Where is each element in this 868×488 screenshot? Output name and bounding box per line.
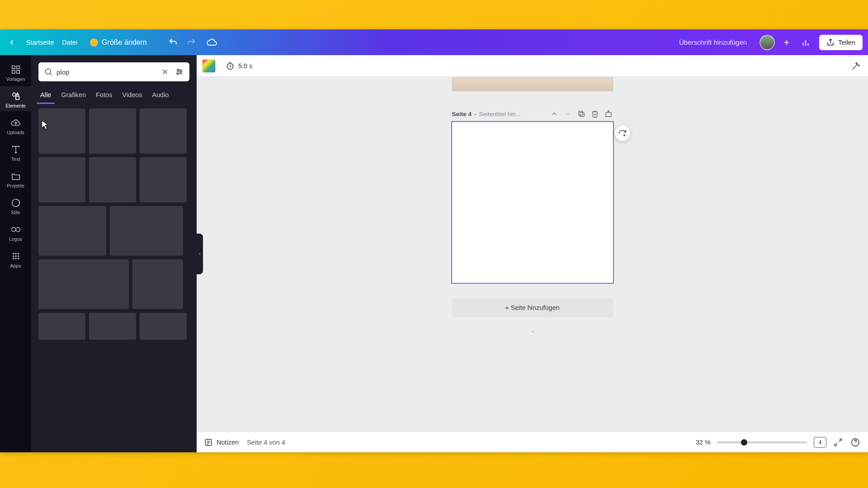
svg-point-21	[12, 255, 14, 257]
result-thumb[interactable]	[132, 259, 183, 309]
svg-rect-43	[606, 113, 611, 117]
page-title-input[interactable]: Seitentitel hin...	[479, 111, 521, 117]
previous-page-preview[interactable]	[452, 77, 613, 91]
zoom-value[interactable]: 32 %	[696, 439, 711, 446]
rail-uploads-label: Uploads	[7, 130, 24, 135]
elements-panel: Alle Grafiken Fotos Videos Audio	[31, 55, 197, 452]
result-thumb[interactable]	[38, 313, 85, 340]
background-color-button[interactable]	[202, 59, 216, 73]
result-thumb[interactable]	[38, 259, 129, 309]
redo-button[interactable]	[186, 37, 197, 48]
result-thumb[interactable]	[140, 108, 187, 154]
add-page-button[interactable]: + Seite hinzufügen	[452, 298, 613, 317]
page-canvas[interactable]	[452, 122, 613, 283]
projects-icon	[10, 171, 21, 182]
move-page-down-button[interactable]	[563, 109, 572, 118]
share-button[interactable]: Teilen	[819, 35, 863, 50]
insights-button[interactable]	[800, 37, 811, 48]
result-thumb[interactable]	[89, 157, 136, 202]
resize-label: Größe ändern	[102, 38, 147, 47]
text-icon	[10, 144, 21, 155]
delete-page-button[interactable]	[590, 109, 599, 118]
tool-rail: Vorlagen Elemente Uploads Text Projekte …	[0, 55, 31, 452]
svg-point-23	[17, 255, 19, 257]
tab-all[interactable]: Alle	[39, 88, 52, 103]
result-thumb[interactable]	[89, 313, 136, 340]
duration-button[interactable]: 5.0 s	[222, 60, 256, 72]
rail-uploads[interactable]: Uploads	[0, 113, 31, 138]
page-number-label: Seite 4	[452, 111, 472, 117]
rail-styles-label: Stile	[11, 210, 20, 215]
topbar: Startseite Datei 👑 Größe ändern Überschr…	[0, 29, 868, 55]
page-header: Seite 4 - Seitentitel hin...	[452, 109, 613, 118]
search-icon	[44, 67, 53, 76]
rail-elements[interactable]: Elemente	[0, 86, 31, 111]
rail-projects-label: Projekte	[7, 183, 24, 188]
duplicate-page-button[interactable]	[577, 109, 586, 118]
move-page-up-button[interactable]	[550, 109, 559, 118]
rail-logos-label: Logos	[9, 236, 22, 242]
filters-button[interactable]	[174, 66, 185, 77]
rail-styles[interactable]: Stile	[0, 193, 31, 218]
topbar-left: Startseite Datei 👑 Größe ändern	[5, 36, 217, 49]
zoom-slider[interactable]	[717, 441, 807, 443]
svg-point-17	[16, 227, 20, 231]
notes-button[interactable]: Notizen	[204, 438, 239, 447]
help-button[interactable]	[850, 437, 861, 448]
regenerate-button[interactable]	[615, 126, 630, 141]
rail-projects[interactable]: Projekte	[0, 166, 31, 191]
elements-icon	[10, 91, 21, 102]
svg-point-27	[45, 69, 51, 74]
rail-logos[interactable]: Logos	[0, 220, 31, 244]
canvas-area: 5.0 s Seite 4 - Seitentitel hin...	[197, 55, 868, 452]
add-page-above-button[interactable]	[604, 109, 613, 118]
design-title-input[interactable]: Überschrift hinzufügen	[675, 36, 751, 49]
svg-point-26	[17, 258, 19, 260]
tab-audio[interactable]: Audio	[151, 88, 170, 103]
rail-templates[interactable]: Vorlagen	[0, 60, 31, 84]
svg-point-32	[178, 69, 179, 70]
animate-button[interactable]	[849, 59, 863, 73]
svg-point-36	[177, 73, 178, 75]
svg-point-25	[15, 258, 17, 260]
add-collaborator-button[interactable]	[780, 36, 793, 49]
svg-point-22	[15, 255, 17, 257]
search-container	[38, 62, 189, 81]
tab-photos[interactable]: Fotos	[95, 88, 113, 103]
element-tabs: Alle Grafiken Fotos Videos Audio	[31, 88, 197, 103]
result-thumb[interactable]	[140, 157, 187, 202]
back-button[interactable]	[5, 36, 18, 49]
page-grid-button[interactable]: 4	[814, 437, 826, 448]
rail-elements-label: Elemente	[5, 103, 25, 108]
svg-line-52	[835, 443, 838, 446]
zoom-thumb[interactable]	[741, 439, 747, 446]
result-thumb[interactable]	[38, 108, 85, 154]
resize-button[interactable]: 👑 Größe ändern	[90, 38, 147, 47]
result-thumb[interactable]	[89, 108, 136, 154]
search-input[interactable]	[57, 68, 156, 76]
svg-point-16	[11, 227, 15, 231]
tab-graphics[interactable]: Grafiken	[60, 88, 87, 103]
rail-apps[interactable]: Apps	[0, 246, 31, 271]
results-grid	[31, 103, 197, 452]
rail-apps-label: Apps	[10, 263, 21, 268]
notes-label: Notizen	[217, 439, 239, 446]
file-menu[interactable]: Datei	[62, 39, 77, 46]
crown-icon: 👑	[90, 38, 98, 47]
canvas-scroll[interactable]: Seite 4 - Seitentitel hin...	[197, 77, 868, 432]
result-thumb[interactable]	[140, 313, 187, 340]
rail-text[interactable]: Text	[0, 140, 31, 164]
svg-point-34	[180, 71, 181, 72]
result-thumb[interactable]	[110, 206, 183, 256]
fullscreen-button[interactable]	[833, 437, 844, 448]
home-link[interactable]: Startseite	[26, 39, 54, 46]
cloud-sync-icon[interactable]	[207, 37, 217, 48]
user-avatar[interactable]	[760, 35, 775, 50]
clear-search-button[interactable]	[160, 66, 170, 77]
expand-timeline-button[interactable]	[528, 329, 537, 334]
result-thumb[interactable]	[38, 206, 106, 256]
clock-icon	[226, 61, 235, 70]
result-thumb[interactable]	[38, 157, 85, 202]
tab-videos[interactable]: Videos	[121, 88, 143, 103]
undo-button[interactable]	[168, 37, 179, 48]
